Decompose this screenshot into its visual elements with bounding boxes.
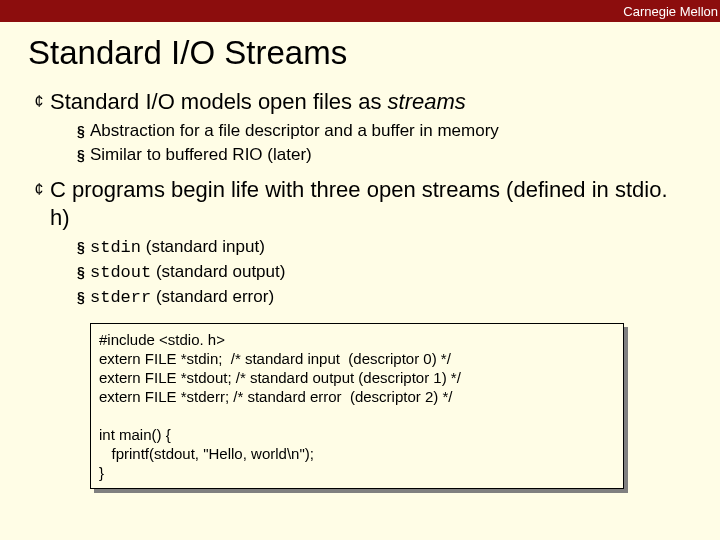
sub-glyph: § bbox=[72, 286, 90, 308]
code-l1: #include <stdio. h> bbox=[99, 331, 225, 348]
bullet-2-pre: C programs begin life with three open st… bbox=[50, 177, 668, 230]
sub-1-2-text: Similar to buffered RIO (later) bbox=[90, 144, 312, 166]
sub-2-3: § stderr (standard error) bbox=[72, 286, 692, 309]
bullet-glyph: ¢ bbox=[28, 88, 50, 116]
bullet-1-pre: Standard I/O models open files as bbox=[50, 89, 388, 114]
sub-2-3-code: stderr bbox=[90, 288, 151, 307]
sub-2-1-text: stdin (standard input) bbox=[90, 236, 265, 259]
code-block: #include <stdio. h> extern FILE *stdin; … bbox=[90, 323, 624, 489]
sub-1-2: § Similar to buffered RIO (later) bbox=[72, 144, 692, 166]
sub-2-1: § stdin (standard input) bbox=[72, 236, 692, 259]
code-l3: extern FILE *stdout; /* standard output … bbox=[99, 369, 461, 386]
bullet-2: ¢ C programs begin life with three open … bbox=[28, 176, 692, 232]
sub-2-3-rest: (standard error) bbox=[151, 287, 274, 306]
slide-content: ¢ Standard I/O models open files as stre… bbox=[0, 88, 720, 489]
banner: Carnegie Mellon bbox=[0, 0, 720, 22]
bullet-2-subs: § stdin (standard input) § stdout (stand… bbox=[28, 236, 692, 309]
slide-title: Standard I/O Streams bbox=[0, 22, 720, 82]
sub-2-2-rest: (standard output) bbox=[151, 262, 285, 281]
code-l7: fprintf(stdout, "Hello, world\n"); bbox=[99, 445, 314, 462]
sub-2-3-text: stderr (standard error) bbox=[90, 286, 274, 309]
bullet-1-text: Standard I/O models open files as stream… bbox=[50, 88, 466, 116]
sub-1-1: § Abstraction for a file descriptor and … bbox=[72, 120, 692, 142]
bullet-1-subs: § Abstraction for a file descriptor and … bbox=[28, 120, 692, 166]
sub-glyph: § bbox=[72, 144, 90, 166]
sub-2-1-code: stdin bbox=[90, 238, 141, 257]
code-l6: int main() { bbox=[99, 426, 171, 443]
bullet-glyph: ¢ bbox=[28, 176, 50, 204]
sub-glyph: § bbox=[72, 120, 90, 142]
bullet-1: ¢ Standard I/O models open files as stre… bbox=[28, 88, 692, 116]
code-block-body: #include <stdio. h> extern FILE *stdin; … bbox=[90, 323, 624, 489]
slide: Carnegie Mellon Standard I/O Streams ¢ S… bbox=[0, 0, 720, 540]
code-l2: extern FILE *stdin; /* standard input (d… bbox=[99, 350, 451, 367]
sub-glyph: § bbox=[72, 236, 90, 258]
sub-2-1-rest: (standard input) bbox=[141, 237, 265, 256]
sub-1-1-text: Abstraction for a file descriptor and a … bbox=[90, 120, 499, 142]
sub-2-2-text: stdout (standard output) bbox=[90, 261, 285, 284]
bullet-1-em: streams bbox=[388, 89, 466, 114]
code-l8: } bbox=[99, 464, 104, 481]
sub-glyph: § bbox=[72, 261, 90, 283]
bullet-2-text: C programs begin life with three open st… bbox=[50, 176, 692, 232]
banner-text: Carnegie Mellon bbox=[623, 4, 718, 19]
sub-2-2: § stdout (standard output) bbox=[72, 261, 692, 284]
code-l4: extern FILE *stderr; /* standard error (… bbox=[99, 388, 452, 405]
sub-2-2-code: stdout bbox=[90, 263, 151, 282]
